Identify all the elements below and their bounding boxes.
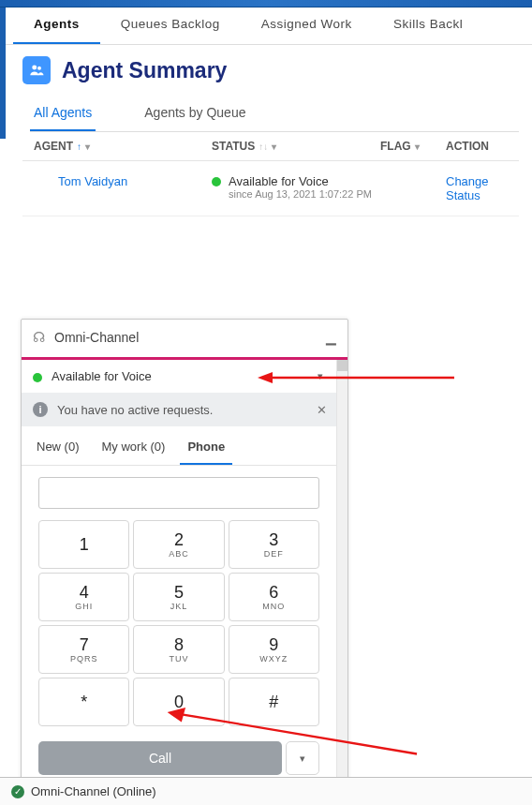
tab-agents[interactable]: Agents	[13, 7, 100, 44]
col-agent-label[interactable]: AGENT	[34, 140, 73, 153]
sort-icon[interactable]: ↑↓	[259, 142, 268, 152]
phone-number-input[interactable]	[38, 477, 319, 509]
agent-link[interactable]: Tom Vaidyan	[34, 174, 127, 188]
page-tabs: Agents Queues Backlog Assigned Work Skil…	[0, 7, 532, 45]
omni-channel-panel: ☊ Omni-Channel ▁ Available for Voice ▾ i…	[21, 319, 348, 785]
col-status-label[interactable]: STATUS	[212, 140, 255, 153]
col-action-label: ACTION	[446, 140, 489, 153]
omni-tab-phone[interactable]: Phone	[180, 432, 232, 465]
info-bar: i You have no active requests. ✕	[22, 393, 347, 426]
omni-tab-new[interactable]: New (0)	[29, 432, 87, 465]
page-title: Agent Summary	[62, 58, 227, 83]
dialpad-key-7[interactable]: 7PQRS	[38, 625, 129, 674]
filter-caret-icon[interactable]: ▾	[415, 142, 420, 152]
info-icon: i	[33, 402, 48, 417]
status-since: since Aug 13, 2021 1:07:22 PM	[229, 188, 372, 200]
tab-assigned-work[interactable]: Assigned Work	[241, 7, 373, 44]
omni-icon: ☊	[33, 329, 45, 346]
omni-utility-label: Omni-Channel (Online)	[31, 784, 156, 798]
tab-skills-backlog[interactable]: Skills Backl	[373, 7, 483, 44]
minimize-icon[interactable]: ▁	[326, 330, 336, 345]
omni-tab-mywork[interactable]: My work (0)	[95, 432, 173, 465]
presence-dot-icon	[212, 177, 221, 186]
call-button[interactable]: Call	[38, 741, 282, 775]
dialpad-key-3[interactable]: 3DEF	[229, 520, 319, 569]
filter-caret-icon[interactable]: ▾	[85, 142, 90, 152]
omni-status-label: Available for Voice	[52, 369, 152, 383]
dialpad: 1 2ABC 3DEF 4GHI 5JKL 6MNO 7PQRS 8TUV 9W…	[22, 513, 336, 734]
status-text: Available for Voice	[229, 174, 372, 188]
agents-icon	[22, 56, 51, 84]
scrollbar[interactable]	[336, 360, 347, 784]
sort-up-icon[interactable]: ↑	[77, 142, 81, 152]
subtab-agents-by-queue[interactable]: Agents by Queue	[140, 99, 249, 131]
dialpad-key-6[interactable]: 6MNO	[229, 573, 319, 621]
chevron-down-icon[interactable]: ▾	[318, 370, 336, 382]
close-icon[interactable]: ✕	[317, 403, 336, 417]
dialpad-key-1[interactable]: 1	[38, 520, 129, 569]
dialpad-key-0[interactable]: 0	[133, 678, 224, 726]
dialpad-key-4[interactable]: 4GHI	[38, 573, 129, 621]
online-check-icon: ✓	[11, 785, 24, 798]
svg-point-1	[37, 67, 41, 70]
table-header: AGENT ↑ ▾ STATUS ↑↓ ▾ FLAG ▾ ACTION	[22, 132, 519, 161]
filter-caret-icon[interactable]: ▾	[272, 142, 276, 152]
col-flag-label[interactable]: FLAG	[380, 140, 411, 153]
info-text: You have no active requests.	[57, 403, 213, 417]
dialpad-key-8[interactable]: 8TUV	[133, 625, 224, 674]
dialpad-key-star[interactable]: *	[38, 678, 129, 726]
subtab-all-agents[interactable]: All Agents	[30, 99, 96, 131]
dialpad-key-9[interactable]: 9WXYZ	[229, 625, 319, 674]
tab-queues-backlog[interactable]: Queues Backlog	[100, 7, 241, 44]
svg-point-0	[32, 66, 37, 70]
dialpad-key-2[interactable]: 2ABC	[133, 520, 224, 569]
table-row: Tom Vaidyan Available for Voice since Au…	[22, 161, 519, 216]
utility-bar: ✓ Omni-Channel (Online)	[0, 777, 532, 805]
change-status-link[interactable]: Change Status	[446, 174, 489, 202]
omni-channel-utility-item[interactable]: ✓ Omni-Channel (Online)	[7, 781, 168, 802]
omni-status-row[interactable]: Available for Voice ▾	[22, 360, 347, 393]
dialpad-key-hash[interactable]: #	[229, 678, 319, 726]
dialpad-key-5[interactable]: 5JKL	[133, 573, 224, 621]
presence-dot-icon	[33, 373, 42, 382]
omni-title: Omni-Channel	[54, 330, 139, 345]
call-more-button[interactable]: ▾	[286, 741, 319, 775]
